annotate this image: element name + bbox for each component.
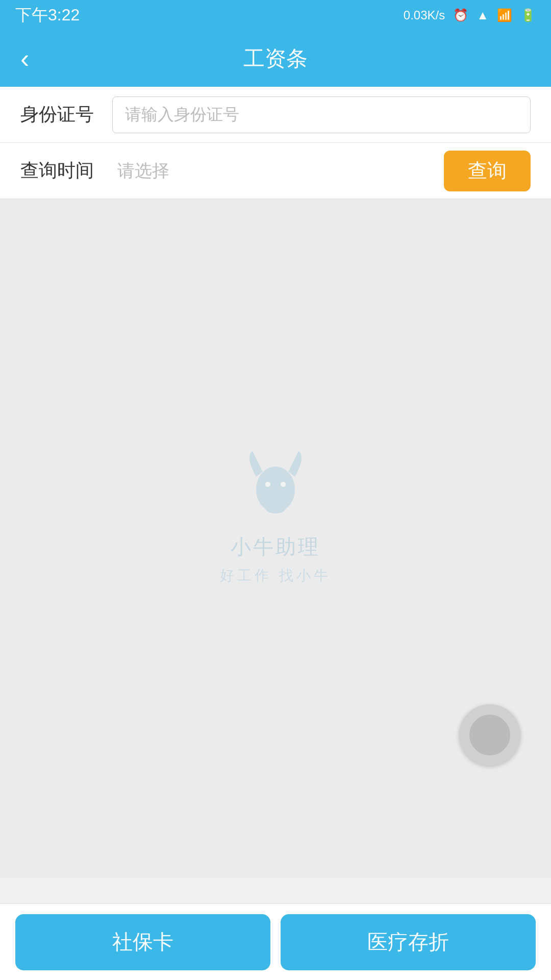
floating-button-inner (469, 715, 510, 755)
query-button[interactable]: 查询 (444, 151, 531, 191)
logo-title: 小牛助理 (231, 533, 320, 561)
time-row: 查询时间 请选择 查询 (0, 143, 551, 199)
svg-point-1 (264, 499, 287, 513)
svg-point-2 (265, 482, 270, 487)
time-label: 查询时间 (20, 158, 112, 183)
status-time: 下午3:22 (15, 4, 80, 27)
network-speed: 0.03K/s (404, 8, 445, 22)
svg-point-3 (281, 482, 286, 487)
id-label: 身份证号 (20, 102, 112, 127)
status-icons: 0.03K/s ⏰ ▲ 📶 🔋 (404, 8, 536, 22)
logo-subtitle: 好工作 找小牛 (220, 566, 331, 585)
logo-icon (235, 441, 316, 523)
time-select[interactable]: 请选择 (112, 159, 444, 183)
alarm-icon: ⏰ (453, 8, 468, 22)
content-area: 小牛助理 好工作 找小牛 (0, 199, 551, 878)
bottom-bar: 社保卡 医疗存折 (0, 903, 551, 980)
wifi-icon: ▲ (477, 8, 489, 22)
logo-container: 小牛助理 好工作 找小牛 (220, 441, 331, 585)
medical-button[interactable]: 医疗存折 (281, 914, 536, 970)
back-button[interactable]: ‹ (20, 45, 29, 72)
page-title: 工资条 (243, 44, 308, 73)
status-bar: 下午3:22 0.03K/s ⏰ ▲ 📶 🔋 (0, 0, 551, 31)
battery-icon: 🔋 (520, 8, 536, 22)
form-area: 身份证号 查询时间 请选择 查询 (0, 87, 551, 199)
signal-icon: 📶 (497, 8, 512, 22)
social-card-button[interactable]: 社保卡 (15, 914, 270, 970)
id-row: 身份证号 (0, 87, 551, 143)
floating-button[interactable] (459, 704, 520, 766)
header: ‹ 工资条 (0, 31, 551, 87)
id-input[interactable] (112, 96, 531, 133)
